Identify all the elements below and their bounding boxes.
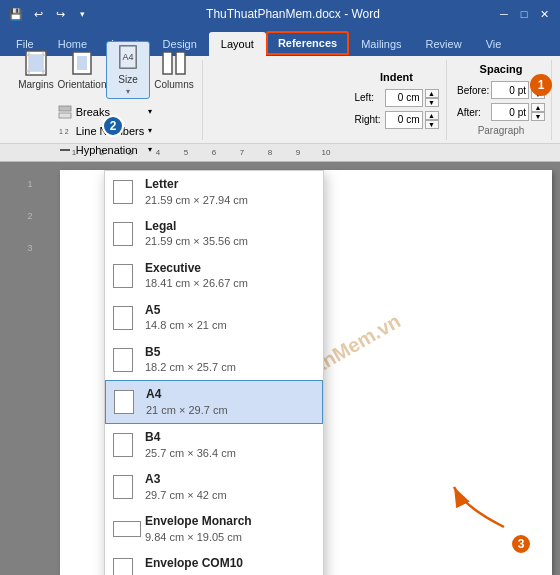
- hyphenation-arrow: ▾: [148, 145, 152, 154]
- size-button[interactable]: A4 Size ▾: [106, 41, 150, 99]
- badge-3-container: 3: [510, 533, 532, 555]
- ruler-7: 7: [228, 148, 256, 157]
- columns-icon: [160, 49, 188, 77]
- tab-references[interactable]: References: [266, 31, 349, 55]
- window-controls: ─ □ ✕: [496, 6, 552, 22]
- badge-2: 2: [102, 115, 124, 137]
- indent-right-label: Right:: [355, 114, 383, 125]
- orientation-icon: [68, 49, 96, 77]
- tab-layout[interactable]: Layout: [209, 32, 266, 56]
- tab-review[interactable]: Review: [414, 32, 474, 56]
- legal-dims: 21.59 cm × 35.56 cm: [145, 234, 309, 248]
- undo-icon[interactable]: ↩: [30, 6, 46, 22]
- ribbon: Margins Orientation A4: [0, 56, 560, 144]
- b5-dims: 18.2 cm × 25.7 cm: [145, 360, 309, 374]
- main-area: 1 2 3 ThuThuatPhanMem.vn Letter 21.59 cm…: [0, 162, 560, 575]
- size-item-legal[interactable]: Legal 21.59 cm × 35.56 cm: [105, 213, 323, 255]
- indent-left-input[interactable]: [385, 89, 423, 107]
- line-numbers-arrow: ▾: [148, 126, 152, 135]
- indent-left-spinner[interactable]: ▲ ▼: [425, 89, 439, 107]
- size-dropdown: Letter 21.59 cm × 27.94 cm Legal 21.59 c…: [104, 170, 324, 575]
- size-item-b4[interactable]: B4 25.7 cm × 36.4 cm: [105, 424, 323, 466]
- orientation-button[interactable]: Orientation: [60, 41, 104, 99]
- hyphenation-button[interactable]: Hyphenation ▾: [54, 141, 156, 159]
- spacing-after-row: After: ▲ ▼: [457, 103, 545, 121]
- b4-page-icon: [113, 433, 133, 457]
- indent-left-label: Left:: [355, 92, 383, 103]
- svg-rect-7: [77, 56, 87, 70]
- a4-page-icon: [114, 390, 134, 414]
- a3-page-icon: [113, 475, 133, 499]
- paragraph-label: Paragraph: [478, 125, 525, 136]
- svg-rect-11: [163, 52, 172, 74]
- breaks-arrow: ▾: [148, 107, 152, 116]
- minimize-icon[interactable]: ─: [496, 6, 512, 22]
- executive-page-icon: [113, 264, 133, 288]
- save-icon[interactable]: 💾: [8, 6, 24, 22]
- tab-view[interactable]: Vie: [474, 32, 514, 56]
- orientation-label: Orientation: [58, 79, 107, 90]
- letter-name: Letter: [145, 177, 309, 193]
- legal-page-icon: [113, 222, 133, 246]
- indent-left-up[interactable]: ▲: [425, 89, 439, 98]
- close-icon[interactable]: ✕: [536, 6, 552, 22]
- a4-name: A4: [146, 387, 308, 403]
- spacing-after-spinner[interactable]: ▲ ▼: [531, 103, 545, 121]
- app-title: ThuThuatPhanMem.docx - Word: [90, 7, 496, 21]
- svg-rect-5: [29, 55, 43, 71]
- size-item-executive[interactable]: Executive 18.41 cm × 26.67 cm: [105, 255, 323, 297]
- size-dropdown-arrow: ▾: [126, 87, 130, 96]
- spacing-after-up[interactable]: ▲: [531, 103, 545, 112]
- title-bar-left: 💾 ↩ ↪ ▾: [8, 6, 90, 22]
- indent-left-down[interactable]: ▼: [425, 98, 439, 107]
- ruler-10: 10: [312, 148, 340, 157]
- size-item-envelope-com10[interactable]: Envelope COM10 10.48 cm × 24.13 cm: [105, 550, 323, 575]
- size-item-a5[interactable]: A5 14.8 cm × 21 cm: [105, 297, 323, 339]
- badge-2-container: 2: [102, 115, 124, 137]
- badge-1: 1: [530, 74, 552, 96]
- indent-right-up[interactable]: ▲: [425, 111, 439, 120]
- a3-dims: 29.7 cm × 42 cm: [145, 488, 309, 502]
- spacing-before-input[interactable]: [491, 81, 529, 99]
- size-icon: A4: [114, 44, 142, 72]
- spacing-after-down[interactable]: ▼: [531, 112, 545, 121]
- spacing-label: Spacing: [480, 63, 523, 75]
- envelope-monarch-name: Envelope Monarch: [145, 514, 309, 530]
- a4-dims: 21 cm × 29.7 cm: [146, 403, 308, 417]
- spacing-after-label: After:: [457, 107, 489, 118]
- indent-right-down[interactable]: ▼: [425, 120, 439, 129]
- indent-right-input[interactable]: [385, 111, 423, 129]
- tab-mailings[interactable]: Mailings: [349, 32, 413, 56]
- size-item-letter[interactable]: Letter 21.59 cm × 27.94 cm: [105, 171, 323, 213]
- envelope-com10-icon: [113, 558, 133, 575]
- size-item-a3[interactable]: A3 29.7 cm × 42 cm: [105, 466, 323, 508]
- ruler-8: 8: [256, 148, 284, 157]
- columns-label: Columns: [154, 79, 193, 90]
- indent-right-spinner[interactable]: ▲ ▼: [425, 111, 439, 129]
- svg-rect-12: [176, 52, 185, 74]
- indent-right-row: Right: ▲ ▼: [355, 111, 439, 129]
- maximize-icon[interactable]: □: [516, 6, 532, 22]
- redo-icon[interactable]: ↪: [52, 6, 68, 22]
- svg-rect-13: [59, 106, 71, 111]
- b5-page-icon: [113, 348, 133, 372]
- envelope-monarch-dims: 9.84 cm × 19.05 cm: [145, 530, 309, 544]
- ruler-5: 5: [172, 148, 200, 157]
- size-item-a4[interactable]: A4 21 cm × 29.7 cm: [105, 380, 323, 424]
- page-num-3: 3: [27, 234, 32, 262]
- size-item-envelope-monarch[interactable]: Envelope Monarch 9.84 cm × 19.05 cm: [105, 508, 323, 550]
- svg-text:1 2: 1 2: [59, 128, 69, 135]
- columns-button[interactable]: Columns: [152, 41, 196, 99]
- customize-icon[interactable]: ▾: [74, 6, 90, 22]
- indent-left-row: Left: ▲ ▼: [355, 89, 439, 107]
- page-num-2: 2: [27, 202, 32, 230]
- envelope-com10-dims: 10.48 cm × 24.13 cm: [145, 572, 309, 575]
- margins-button[interactable]: Margins: [14, 41, 58, 99]
- title-bar: 💾 ↩ ↪ ▾ ThuThuatPhanMem.docx - Word ─ □ …: [0, 0, 560, 28]
- page-num-1: 1: [27, 170, 32, 198]
- size-item-b5[interactable]: B5 18.2 cm × 25.7 cm: [105, 339, 323, 381]
- ruler-6: 6: [200, 148, 228, 157]
- spacing-after-input[interactable]: [491, 103, 529, 121]
- b5-name: B5: [145, 345, 309, 361]
- a3-name: A3: [145, 472, 309, 488]
